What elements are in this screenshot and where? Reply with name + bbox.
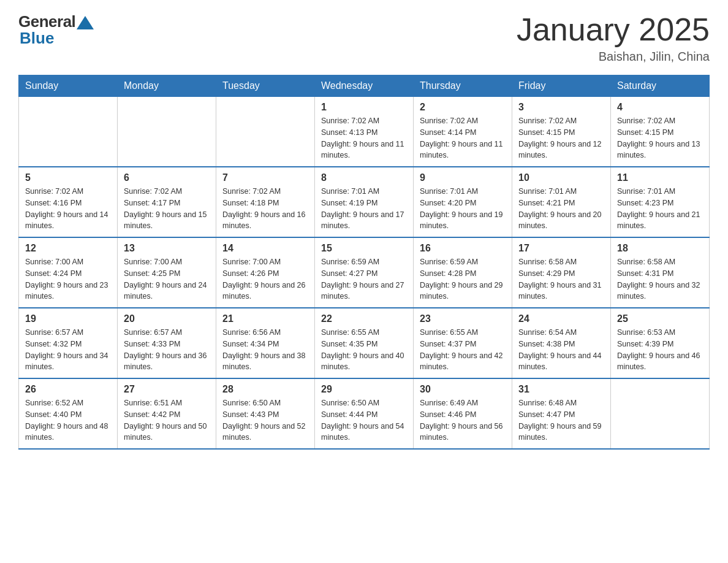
- day-info: Sunrise: 7:02 AMSunset: 4:15 PMDaylight:…: [617, 115, 703, 161]
- calendar-cell: 7Sunrise: 7:02 AMSunset: 4:18 PMDaylight…: [216, 167, 315, 237]
- day-info: Sunrise: 6:50 AMSunset: 4:43 PMDaylight:…: [222, 397, 308, 443]
- header-day-monday: Monday: [118, 75, 216, 97]
- day-number: 2: [420, 102, 506, 113]
- calendar-cell: 20Sunrise: 6:57 AMSunset: 4:33 PMDayligh…: [118, 308, 216, 378]
- day-info: Sunrise: 6:52 AMSunset: 4:40 PMDaylight:…: [25, 397, 111, 443]
- calendar-body: 1Sunrise: 7:02 AMSunset: 4:13 PMDaylight…: [19, 97, 710, 450]
- day-info: Sunrise: 6:55 AMSunset: 4:35 PMDaylight:…: [321, 327, 407, 373]
- day-info: Sunrise: 7:02 AMSunset: 4:16 PMDaylight:…: [25, 186, 111, 232]
- day-number: 18: [617, 243, 703, 254]
- location-subtitle: Baishan, Jilin, China: [517, 50, 710, 64]
- day-number: 10: [518, 172, 604, 183]
- day-info: Sunrise: 6:55 AMSunset: 4:37 PMDaylight:…: [420, 327, 506, 373]
- day-number: 19: [25, 313, 111, 324]
- svg-marker-0: [77, 16, 94, 29]
- day-info: Sunrise: 6:58 AMSunset: 4:29 PMDaylight:…: [518, 256, 604, 302]
- day-number: 15: [321, 243, 407, 254]
- day-info: Sunrise: 6:48 AMSunset: 4:47 PMDaylight:…: [518, 397, 604, 443]
- calendar-cell: 14Sunrise: 7:00 AMSunset: 4:26 PMDayligh…: [216, 237, 315, 308]
- day-info: Sunrise: 6:59 AMSunset: 4:27 PMDaylight:…: [321, 256, 407, 302]
- day-number: 29: [321, 384, 407, 395]
- day-info: Sunrise: 6:58 AMSunset: 4:31 PMDaylight:…: [617, 256, 703, 302]
- calendar-cell: [19, 97, 118, 167]
- calendar-cell: 4Sunrise: 7:02 AMSunset: 4:15 PMDaylight…: [611, 97, 710, 167]
- day-number: 26: [25, 384, 111, 395]
- calendar-cell: 21Sunrise: 6:56 AMSunset: 4:34 PMDayligh…: [216, 308, 315, 378]
- calendar-cell: 6Sunrise: 7:02 AMSunset: 4:17 PMDaylight…: [118, 167, 216, 237]
- calendar-week-2: 5Sunrise: 7:02 AMSunset: 4:16 PMDaylight…: [19, 167, 710, 237]
- day-number: 22: [321, 313, 407, 324]
- calendar-cell: 24Sunrise: 6:54 AMSunset: 4:38 PMDayligh…: [512, 308, 611, 378]
- calendar-cell: 9Sunrise: 7:01 AMSunset: 4:20 PMDaylight…: [414, 167, 512, 237]
- day-info: Sunrise: 6:53 AMSunset: 4:39 PMDaylight:…: [617, 327, 703, 373]
- calendar-cell: 31Sunrise: 6:48 AMSunset: 4:47 PMDayligh…: [512, 378, 611, 449]
- calendar-cell: 23Sunrise: 6:55 AMSunset: 4:37 PMDayligh…: [414, 308, 512, 378]
- day-number: 5: [25, 172, 111, 183]
- calendar-cell: 12Sunrise: 7:00 AMSunset: 4:24 PMDayligh…: [19, 237, 118, 308]
- title-block: January 2025 Baishan, Jilin, China: [517, 12, 710, 64]
- calendar-cell: 18Sunrise: 6:58 AMSunset: 4:31 PMDayligh…: [611, 237, 710, 308]
- day-number: 12: [25, 243, 111, 254]
- day-number: 13: [124, 243, 210, 254]
- day-info: Sunrise: 7:00 AMSunset: 4:24 PMDaylight:…: [25, 256, 111, 302]
- calendar-cell: 2Sunrise: 7:02 AMSunset: 4:14 PMDaylight…: [414, 97, 512, 167]
- day-number: 20: [124, 313, 210, 324]
- calendar-cell: [118, 97, 216, 167]
- day-info: Sunrise: 7:02 AMSunset: 4:13 PMDaylight:…: [321, 115, 407, 161]
- header-day-friday: Friday: [512, 75, 611, 97]
- calendar-cell: [216, 97, 315, 167]
- day-info: Sunrise: 7:02 AMSunset: 4:15 PMDaylight:…: [518, 115, 604, 161]
- day-info: Sunrise: 6:51 AMSunset: 4:42 PMDaylight:…: [124, 397, 210, 443]
- day-number: 6: [124, 172, 210, 183]
- calendar-cell: 11Sunrise: 7:01 AMSunset: 4:23 PMDayligh…: [611, 167, 710, 237]
- calendar-cell: 28Sunrise: 6:50 AMSunset: 4:43 PMDayligh…: [216, 378, 315, 449]
- calendar-cell: 27Sunrise: 6:51 AMSunset: 4:42 PMDayligh…: [118, 378, 216, 449]
- day-number: 30: [420, 384, 506, 395]
- calendar-cell: 22Sunrise: 6:55 AMSunset: 4:35 PMDayligh…: [315, 308, 414, 378]
- calendar-cell: 29Sunrise: 6:50 AMSunset: 4:44 PMDayligh…: [315, 378, 414, 449]
- day-number: 9: [420, 172, 506, 183]
- calendar-week-1: 1Sunrise: 7:02 AMSunset: 4:13 PMDaylight…: [19, 97, 710, 167]
- day-number: 25: [617, 313, 703, 324]
- calendar-cell: 15Sunrise: 6:59 AMSunset: 4:27 PMDayligh…: [315, 237, 414, 308]
- day-info: Sunrise: 6:57 AMSunset: 4:32 PMDaylight:…: [25, 327, 111, 373]
- calendar-cell: 13Sunrise: 7:00 AMSunset: 4:25 PMDayligh…: [118, 237, 216, 308]
- day-info: Sunrise: 7:01 AMSunset: 4:19 PMDaylight:…: [321, 186, 407, 232]
- day-number: 27: [124, 384, 210, 395]
- logo: General Blue: [18, 12, 94, 48]
- day-info: Sunrise: 6:57 AMSunset: 4:33 PMDaylight:…: [124, 327, 210, 373]
- day-info: Sunrise: 6:59 AMSunset: 4:28 PMDaylight:…: [420, 256, 506, 302]
- day-number: 31: [518, 384, 604, 395]
- calendar-header: SundayMondayTuesdayWednesdayThursdayFrid…: [19, 75, 710, 97]
- header-day-wednesday: Wednesday: [315, 75, 414, 97]
- calendar-cell: 10Sunrise: 7:01 AMSunset: 4:21 PMDayligh…: [512, 167, 611, 237]
- header-day-saturday: Saturday: [611, 75, 710, 97]
- calendar-cell: 19Sunrise: 6:57 AMSunset: 4:32 PMDayligh…: [19, 308, 118, 378]
- calendar-cell: 25Sunrise: 6:53 AMSunset: 4:39 PMDayligh…: [611, 308, 710, 378]
- logo-triangle-icon: [77, 16, 94, 29]
- calendar-week-5: 26Sunrise: 6:52 AMSunset: 4:40 PMDayligh…: [19, 378, 710, 449]
- calendar-cell: 5Sunrise: 7:02 AMSunset: 4:16 PMDaylight…: [19, 167, 118, 237]
- month-year-title: January 2025: [517, 12, 710, 47]
- day-number: 11: [617, 172, 703, 183]
- day-number: 17: [518, 243, 604, 254]
- day-info: Sunrise: 7:01 AMSunset: 4:21 PMDaylight:…: [518, 186, 604, 232]
- calendar-cell: 30Sunrise: 6:49 AMSunset: 4:46 PMDayligh…: [414, 378, 512, 449]
- day-info: Sunrise: 6:54 AMSunset: 4:38 PMDaylight:…: [518, 327, 604, 373]
- day-number: 4: [617, 102, 703, 113]
- calendar-cell: [611, 378, 710, 449]
- calendar-cell: 26Sunrise: 6:52 AMSunset: 4:40 PMDayligh…: [19, 378, 118, 449]
- day-info: Sunrise: 6:56 AMSunset: 4:34 PMDaylight:…: [222, 327, 308, 373]
- day-info: Sunrise: 6:49 AMSunset: 4:46 PMDaylight:…: [420, 397, 506, 443]
- day-info: Sunrise: 7:02 AMSunset: 4:17 PMDaylight:…: [124, 186, 210, 232]
- day-number: 14: [222, 243, 308, 254]
- calendar-week-4: 19Sunrise: 6:57 AMSunset: 4:32 PMDayligh…: [19, 308, 710, 378]
- day-info: Sunrise: 7:01 AMSunset: 4:20 PMDaylight:…: [420, 186, 506, 232]
- logo-blue-text: Blue: [20, 29, 54, 47]
- day-info: Sunrise: 7:02 AMSunset: 4:14 PMDaylight:…: [420, 115, 506, 161]
- day-info: Sunrise: 7:00 AMSunset: 4:26 PMDaylight:…: [222, 256, 308, 302]
- header-day-tuesday: Tuesday: [216, 75, 315, 97]
- day-number: 16: [420, 243, 506, 254]
- day-info: Sunrise: 7:00 AMSunset: 4:25 PMDaylight:…: [124, 256, 210, 302]
- day-info: Sunrise: 7:02 AMSunset: 4:18 PMDaylight:…: [222, 186, 308, 232]
